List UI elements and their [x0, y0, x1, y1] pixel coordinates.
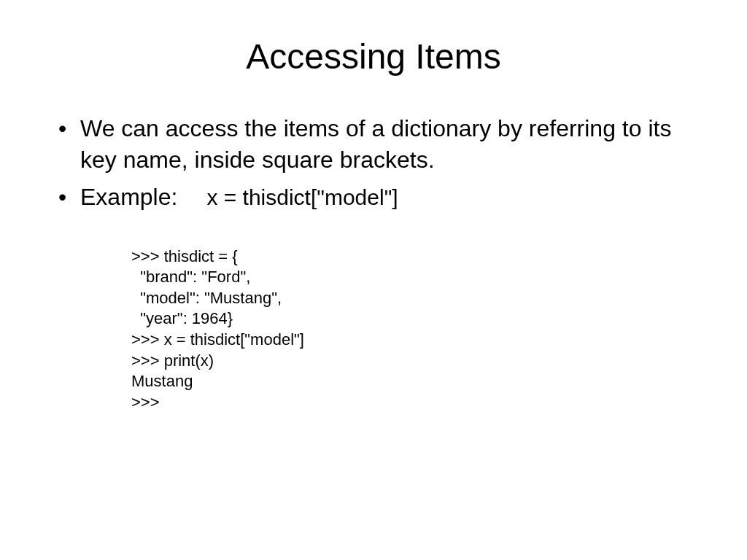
bullet-list: We can access the items of a dictionary … — [51, 113, 696, 214]
slide-content: Accessing Items We can access the items … — [0, 0, 747, 560]
example-inline-code: x = thisdict["model"] — [206, 183, 398, 213]
example-row: Example: x = thisdict["model"] — [80, 182, 696, 213]
bullet-item-1: We can access the items of a dictionary … — [51, 113, 696, 176]
slide-title: Accessing Items — [51, 36, 696, 77]
example-label: Example: — [80, 182, 177, 213]
code-block: >>> thisdict = { "brand": "Ford", "model… — [131, 246, 696, 413]
bullet-item-2: Example: x = thisdict["model"] — [51, 182, 696, 213]
